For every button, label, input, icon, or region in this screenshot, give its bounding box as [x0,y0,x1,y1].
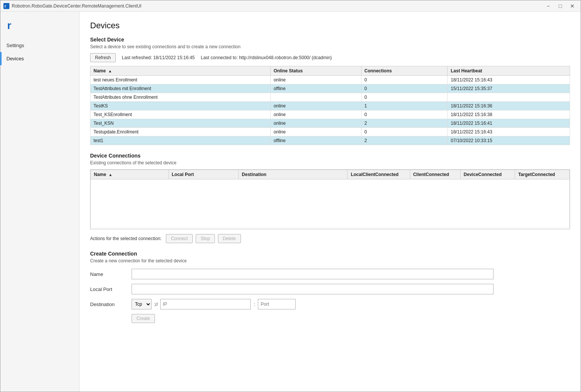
device-name-cell: TestAttributes ohne Ennrollment [90,93,271,102]
device-row-2[interactable]: TestAttributes ohne Ennrollment 0 [90,93,570,102]
device-status-cell: online [270,76,361,84]
connections-table-wrap: Name ▲ Local Port Destination LocalClien… [90,169,570,230]
create-connection-section: Create Connection Create a new connectio… [90,251,570,323]
device-name-cell: TestKS [90,102,271,110]
device-status-cell: online [270,110,361,119]
device-heartbeat-cell: 07/10/2022 10:33:15 [448,136,570,145]
device-status-cell: online [270,128,361,136]
devices-table-header: Name ▲ Online Status Connections Last He… [90,66,570,76]
maximize-button[interactable]: □ [555,2,566,10]
sidebar-item-settings[interactable]: Settings [0,39,79,52]
name-row: Name [90,269,570,279]
device-connections-cell: 0 [361,76,448,84]
last-connected: Last connected to: http://rdslinux048.ro… [201,55,332,60]
device-name-cell: Test_KSN [90,119,271,128]
port-input[interactable] [258,299,296,309]
device-name-cell: Test_KSEnrollment [90,110,271,119]
minimize-button[interactable]: − [543,2,553,10]
device-status-cell: online [270,119,361,128]
device-heartbeat-cell: 18/11/2022 15:16:38 [448,110,570,119]
device-heartbeat-cell: 15/11/2022 15:35:37 [448,84,570,93]
conn-col-target[interactable]: TargetConnected [515,170,570,179]
sort-arrow-conn-name: ▲ [109,173,112,177]
svg-text:r: r [7,20,11,31]
destination-row: Destination Tcp Udp :// : [90,299,570,309]
select-device-toolbar: Refresh Last refreshed: 18/11/2022 15:16… [90,53,570,62]
device-connections-cell: 0 [361,128,448,136]
col-online-status[interactable]: Online Status [270,66,361,76]
svg-text:r: r [5,4,6,8]
main-content: Devices Select Device Select a device to… [80,12,581,392]
local-port-row: Local Port [90,284,570,294]
device-heartbeat-cell [448,93,570,102]
close-button[interactable]: ✕ [567,2,578,10]
connections-table: Name ▲ Local Port Destination LocalClien… [90,170,570,228]
window-controls: − □ ✕ [543,2,578,10]
device-status-cell: online [270,102,361,110]
device-name-cell: test neues Enrollment [90,76,271,84]
device-heartbeat-cell: 18/11/2022 15:16:41 [448,119,570,128]
refresh-button[interactable]: Refresh [90,53,116,62]
name-input[interactable] [132,269,494,279]
protocol-select[interactable]: Tcp Udp [132,299,152,309]
sort-arrow-name: ▲ [108,69,112,73]
device-name-cell: test1 [90,136,271,145]
device-status-cell: offline [270,84,361,93]
conn-col-local-client[interactable]: LocalClientConnected [348,170,410,179]
conn-col-client[interactable]: ClientConnected [410,170,460,179]
device-connections-title: Device Connections [90,153,570,159]
app-window: r Robotron.RoboGate.DeviceCenter.RemoteM… [0,0,581,392]
port-colon: : [252,302,257,307]
conn-col-destination[interactable]: Destination [239,170,348,179]
device-row-6[interactable]: Testupdate.Enrollment online 0 18/11/202… [90,128,570,136]
device-status-cell: offline [270,136,361,145]
actions-row: Actions for the selected connection: Con… [90,234,570,243]
last-refreshed: Last refreshed: 18/11/2022 15:16:45 [122,55,195,60]
device-status-cell [270,93,361,102]
conn-col-device[interactable]: DeviceConnected [460,170,515,179]
sidebar-item-devices[interactable]: Devices [0,52,79,65]
device-row-7[interactable]: test1 offline 2 07/10/2022 10:33:15 [90,136,570,145]
device-connections-cell: 1 [361,102,448,110]
protocol-separator: :// [153,302,159,307]
app-body: r Settings Devices Devices Select Device… [0,12,581,392]
col-connections[interactable]: Connections [361,66,448,76]
device-name-cell: TestAttributes mit Enrollment [90,84,271,93]
device-row-0[interactable]: test neues Enrollment online 0 18/11/202… [90,76,570,84]
device-heartbeat-cell: 18/11/2022 15:16:43 [448,76,570,84]
connect-button[interactable]: Connect [166,234,193,243]
delete-button[interactable]: Delete [218,234,241,243]
destination-label: Destination [90,302,132,307]
conn-col-name[interactable]: Name ▲ [91,170,169,179]
device-heartbeat-cell: 18/11/2022 15:16:36 [448,102,570,110]
create-button[interactable]: Create [132,314,155,323]
local-port-input[interactable] [132,284,494,294]
device-connections-cell: 0 [361,93,448,102]
conn-col-local-port[interactable]: Local Port [169,170,239,179]
app-logo: r [3,3,9,9]
device-row-5[interactable]: Test_KSN online 2 18/11/2022 15:16:41 [90,119,570,128]
device-row-3[interactable]: TestKS online 1 18/11/2022 15:16:36 [90,102,570,110]
create-btn-row: Create [132,314,570,323]
sidebar-logo: r [6,19,18,31]
select-device-title: Select Device [90,37,570,43]
device-connections-cell: 0 [361,110,448,119]
device-connections-section: Device Connections Existing connections … [90,153,570,243]
devices-table: Name ▲ Online Status Connections Last He… [90,66,570,145]
create-connection-subtitle: Create a new connection for the selected… [90,258,570,263]
title-bar: r Robotron.RoboGate.DeviceCenter.RemoteM… [0,0,581,12]
device-row-4[interactable]: Test_KSEnrollment online 0 18/11/2022 15… [90,110,570,119]
col-name[interactable]: Name ▲ [90,66,271,76]
device-connections-subtitle: Existing connections of the selected dev… [90,160,570,165]
device-connections-cell: 0 [361,84,448,93]
col-last-heartbeat[interactable]: Last Heartbeat [448,66,570,76]
select-device-subtitle: Select a device to see existing connecti… [90,44,570,49]
device-connections-cell: 2 [361,136,448,145]
local-port-label: Local Port [90,286,132,292]
stop-button[interactable]: Stop [196,234,215,243]
device-row-1[interactable]: TestAttributes mit Enrollment offline 0 … [90,84,570,93]
devices-table-body: test neues Enrollment online 0 18/11/202… [90,76,570,145]
name-label: Name [90,271,132,277]
ip-input[interactable] [160,299,251,309]
create-connection-form: Name Local Port Destination Tcp Udp [90,269,570,323]
